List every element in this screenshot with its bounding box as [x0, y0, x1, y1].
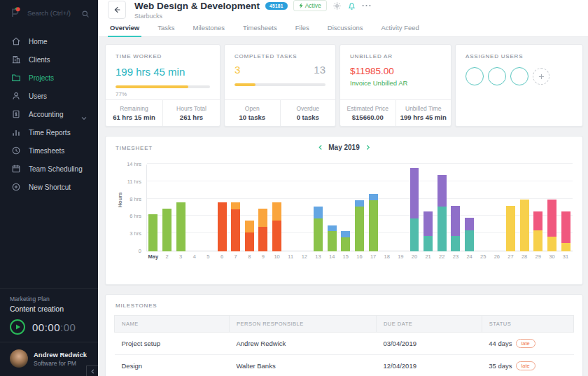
- tab-milestones[interactable]: Milestones: [184, 20, 234, 36]
- chart-bar-day-27[interactable]: [504, 206, 518, 251]
- back-button[interactable]: [108, 1, 126, 19]
- chart-bar-day-28[interactable]: [517, 200, 531, 251]
- y-tick-label: 8 hrs: [130, 196, 141, 202]
- milestones-table: NAME PERSON RESPONSIBLE DUE DATE STATUS …: [114, 315, 574, 376]
- bar-segment-red: [231, 209, 240, 251]
- chart-bar-day-17[interactable]: [366, 194, 380, 251]
- bar-segment-pink: [547, 200, 556, 236]
- app-root: Search (Ctrl+/) Home Clients Projects: [0, 0, 588, 376]
- chart-bar-day-30[interactable]: [545, 200, 559, 251]
- tab-tasks[interactable]: Tasks: [148, 20, 183, 36]
- chart-bar-day-7[interactable]: [229, 202, 243, 251]
- milestone-name-link[interactable]: Project setup: [115, 333, 230, 355]
- tab-overview[interactable]: Overview: [101, 20, 148, 36]
- collapse-sidebar-button[interactable]: [86, 365, 98, 376]
- late-badge: late: [516, 339, 536, 348]
- bar-segment-red: [245, 232, 254, 251]
- x-tick-label: 25: [476, 253, 490, 260]
- tasks-total-count: 13: [314, 64, 326, 76]
- chart-bar-day-29[interactable]: [531, 211, 545, 251]
- chart-bar-day-16[interactable]: [353, 200, 367, 251]
- chart-bar-day-13[interactable]: [312, 207, 326, 251]
- x-tick-label: 26: [490, 253, 504, 260]
- chart-bar-day-8[interactable]: [242, 221, 256, 251]
- user-subtitle: Software for PM: [34, 360, 87, 367]
- x-tick-label: 15: [339, 253, 353, 260]
- project-header: Web Design & Development 45181 Active: [98, 0, 588, 20]
- timesheet-plot: May2345678910111213141516171819202122232…: [146, 165, 573, 263]
- time-worked-card: TIME WORKED 199 hrs 45 min 77% Remaining…: [105, 44, 220, 127]
- sidebar-item-team-scheduling[interactable]: Team Scheduling: [0, 160, 98, 178]
- column-header-status: STATUS: [482, 316, 573, 333]
- completed-tasks-progress: [234, 83, 326, 86]
- chart-bar-day-14[interactable]: [325, 225, 339, 251]
- timer-project: Marketing Plan: [10, 295, 88, 302]
- chevron-down-icon: [81, 111, 87, 117]
- chart-bar-day-3[interactable]: [174, 202, 188, 251]
- search-input[interactable]: Search (Ctrl+/): [27, 9, 76, 17]
- tab-discussions[interactable]: Discussions: [318, 20, 372, 36]
- assigned-user-avatar-1[interactable]: [465, 67, 484, 85]
- client-name: Starbucks: [134, 13, 371, 20]
- paymo-logo[interactable]: [8, 6, 22, 20]
- milestone-status: 35 dayslate: [482, 355, 573, 376]
- add-user-button[interactable]: [533, 68, 550, 85]
- prev-month-button[interactable]: [318, 144, 322, 151]
- bar-segment-teal: [410, 218, 419, 251]
- chart-bar-day-May[interactable]: [146, 214, 160, 251]
- settings-icon[interactable]: [332, 1, 342, 11]
- search-icon: [81, 8, 90, 17]
- status-badge[interactable]: Active: [293, 0, 327, 11]
- bar-segment-purple: [451, 206, 460, 236]
- tab-activity-feed[interactable]: Activity Feed: [372, 20, 428, 36]
- chart-bar-day-22[interactable]: [435, 175, 449, 251]
- x-tick-label: 27: [504, 253, 518, 260]
- x-tick-label: 11: [284, 253, 298, 260]
- sidebar-item-new-shortcut[interactable]: New Shortcut: [0, 178, 98, 196]
- card-title: TIME WORKED: [106, 53, 220, 60]
- chart-bar-day-15[interactable]: [339, 231, 353, 251]
- clients-icon: [11, 55, 21, 64]
- chart-bar-day-24[interactable]: [463, 218, 477, 251]
- bar-segment-blue: [328, 225, 337, 231]
- chart-bar-day-20[interactable]: [407, 168, 421, 251]
- bar-segment-green: [176, 202, 186, 251]
- assigned-user-avatar-3[interactable]: [510, 67, 528, 85]
- sidebar-item-users[interactable]: Users: [0, 87, 98, 105]
- assigned-user-avatar-2[interactable]: [488, 67, 506, 85]
- bar-segment-purple: [424, 211, 433, 236]
- bar-segment-blue: [355, 200, 364, 207]
- chart-bar-day-6[interactable]: [215, 202, 229, 251]
- sidebar-item-home[interactable]: Home: [0, 32, 98, 50]
- bar-segment-green: [162, 209, 172, 251]
- chart-bar-day-10[interactable]: [270, 202, 284, 251]
- sidebar-item-time-reports[interactable]: Time Reports: [0, 123, 98, 141]
- more-menu-icon[interactable]: [362, 4, 371, 7]
- home-icon: [11, 36, 21, 46]
- tab-timesheets[interactable]: Timesheets: [234, 20, 286, 36]
- sidebar-search-bar[interactable]: Search (Ctrl+/): [0, 0, 98, 25]
- current-user[interactable]: Andrew Redwick Software for PM: [0, 342, 98, 376]
- chart-bar-day-2[interactable]: [160, 209, 174, 251]
- milestone-name-link[interactable]: Design: [115, 355, 230, 376]
- sidebar-item-accounting[interactable]: Accounting: [0, 105, 98, 123]
- sidebar-item-projects[interactable]: Projects: [0, 69, 98, 87]
- x-tick-label: 19: [394, 253, 408, 260]
- bar-segment-blue: [369, 194, 378, 201]
- invoice-unbilled-ar-link[interactable]: Invoice Unbilled AR: [340, 79, 451, 87]
- x-tick-label: 16: [353, 253, 367, 260]
- sidebar-item-timesheets[interactable]: Timesheets: [0, 141, 98, 160]
- plus-icon: [538, 74, 545, 80]
- bar-segment-blue: [341, 231, 350, 237]
- notifications-icon[interactable]: [347, 1, 356, 11]
- chart-bar-day-21[interactable]: [421, 211, 435, 251]
- start-timer-button[interactable]: [10, 319, 25, 335]
- sidebar-item-clients[interactable]: Clients: [0, 50, 98, 69]
- tab-files[interactable]: Files: [286, 20, 318, 36]
- chart-bar-day-31[interactable]: [559, 211, 573, 251]
- chart-bar-day-23[interactable]: [449, 206, 463, 251]
- next-month-button[interactable]: [366, 144, 370, 151]
- x-tick-label: 3: [174, 253, 188, 260]
- chart-bar-day-9[interactable]: [256, 209, 270, 251]
- main-area: Web Design & Development 45181 Active: [98, 0, 588, 376]
